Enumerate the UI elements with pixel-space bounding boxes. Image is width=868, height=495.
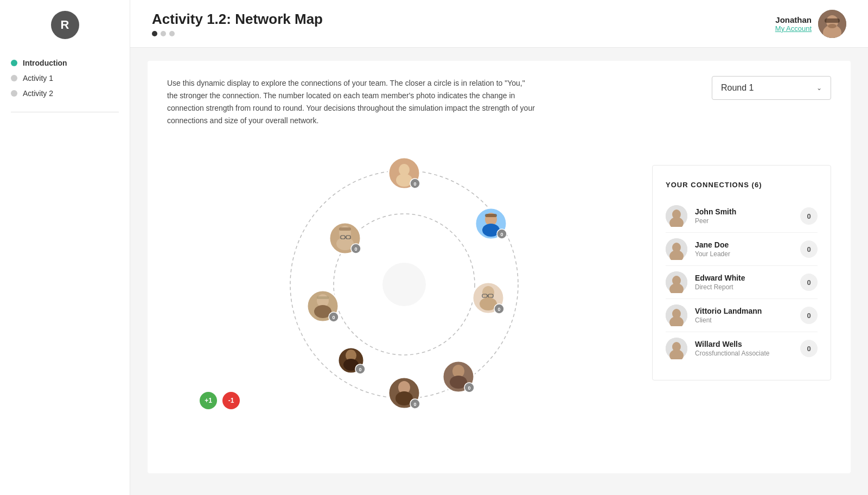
connection-avatar — [666, 271, 687, 293]
connection-role: Your Leader — [695, 250, 793, 258]
svg-text:0: 0 — [359, 367, 361, 372]
svg-rect-61 — [317, 296, 329, 299]
breadcrumb-dot-3 — [169, 31, 175, 36]
connection-item[interactable]: Jane Doe Your Leader 0 — [666, 233, 818, 266]
connection-name: John Smith — [695, 207, 793, 216]
content-card: Use this dynamic display to explore the … — [148, 61, 851, 473]
sidebar-item-activity1[interactable]: Activity 1 — [11, 71, 119, 86]
connection-item[interactable]: Edward White Direct Report 0 — [666, 266, 818, 299]
legend: +1 -1 — [200, 392, 240, 409]
connections-title: YOUR CONNECTIONS (6) — [666, 181, 818, 189]
svg-text:0: 0 — [354, 246, 357, 252]
connection-avatar — [666, 338, 687, 359]
connection-name: Edward White — [695, 274, 793, 282]
svg-text:0: 0 — [413, 402, 416, 407]
connection-score: 0 — [800, 274, 818, 291]
user-avatar — [818, 10, 846, 38]
sidebar-label-introduction: Introduction — [23, 59, 67, 67]
breadcrumb-dot-1 — [152, 31, 157, 36]
content-area: Use this dynamic display to explore the … — [130, 48, 868, 495]
connection-info: Jane Doe Your Leader — [695, 240, 793, 258]
legend-minus[interactable]: -1 — [222, 392, 240, 409]
connection-item[interactable]: John Smith Peer 0 — [666, 200, 818, 233]
main-area: Activity 1.2: Network Map Jonathan My Ac… — [130, 0, 868, 495]
connection-score: 0 — [800, 340, 818, 357]
chevron-down-icon: ⌄ — [816, 84, 822, 92]
header-title-block: Activity 1.2: Network Map — [152, 11, 323, 36]
breadcrumb — [152, 31, 323, 36]
round-dropdown[interactable]: Round 1 ⌄ — [712, 76, 831, 100]
svg-text:0: 0 — [413, 181, 416, 187]
svg-point-4 — [828, 24, 837, 28]
connection-role: Client — [695, 316, 793, 324]
svg-text:0: 0 — [497, 307, 500, 312]
svg-point-17 — [396, 174, 412, 187]
connection-role: Direct Report — [695, 283, 793, 291]
connection-name: Jane Doe — [695, 240, 793, 249]
header: Activity 1.2: Network Map Jonathan My Ac… — [130, 0, 868, 48]
connection-name: Vittorio Landmann — [695, 307, 793, 315]
network-svg: 0 0 — [263, 143, 545, 426]
user-name: Jonathan — [775, 15, 812, 24]
connection-info: Edward White Direct Report — [695, 274, 793, 291]
connection-name: Willard Wells — [695, 340, 793, 348]
legend-plus[interactable]: +1 — [200, 392, 217, 409]
connection-score: 0 — [800, 307, 818, 324]
sidebar-nav: Introduction Activity 1 Activity 2 — [0, 55, 130, 101]
sidebar-logo: R — [51, 11, 79, 39]
connection-info: Vittorio Landmann Client — [695, 307, 793, 324]
connection-role: Peer — [695, 217, 793, 225]
svg-rect-32 — [485, 214, 497, 217]
connection-item[interactable]: Vittorio Landmann Client 0 — [666, 299, 818, 332]
svg-point-9 — [462, 250, 488, 276]
svg-text:0: 0 — [500, 232, 503, 237]
network-map: 0 0 — [167, 143, 641, 426]
connection-avatar — [666, 238, 687, 260]
connection-avatar — [666, 304, 687, 326]
svg-point-65 — [382, 263, 426, 306]
svg-rect-23 — [339, 227, 351, 231]
connection-score: 0 — [800, 240, 818, 258]
connection-info: Willard Wells Crossfunctional Associate — [695, 340, 793, 357]
nav-dot-introduction — [11, 60, 17, 66]
sidebar: R Introduction Activity 1 Activity 2 — [0, 0, 130, 495]
sidebar-label-activity1: Activity 1 — [23, 74, 53, 82]
connection-info: John Smith Peer — [695, 207, 793, 225]
header-user: Jonathan My Account — [775, 10, 846, 38]
connection-role: Crossfunctional Associate — [695, 350, 793, 357]
connection-avatar — [666, 205, 687, 227]
user-info: Jonathan My Account — [775, 15, 812, 33]
svg-rect-3 — [825, 18, 840, 23]
description-text: Use this dynamic display to explore the … — [167, 77, 536, 127]
sidebar-label-activity2: Activity 2 — [23, 89, 53, 98]
sidebar-item-activity2[interactable]: Activity 2 — [11, 86, 119, 101]
sidebar-divider — [11, 112, 119, 112]
page-title: Activity 1.2: Network Map — [152, 11, 323, 28]
nav-dot-activity1 — [11, 75, 17, 81]
connections-panel: YOUR CONNECTIONS (6) John Smith Peer 0 — [652, 165, 831, 380]
svg-point-10 — [475, 323, 507, 354]
connection-score: 0 — [800, 207, 818, 225]
svg-text:0: 0 — [332, 315, 335, 320]
connection-item[interactable]: Willard Wells Crossfunctional Associate … — [666, 332, 818, 365]
round-dropdown-label: Round 1 — [721, 83, 754, 93]
nav-dot-activity2 — [11, 90, 17, 97]
breadcrumb-dot-2 — [161, 31, 166, 36]
my-account-link[interactable]: My Account — [775, 24, 812, 33]
avatar-image — [818, 10, 846, 38]
svg-text:0: 0 — [468, 385, 470, 391]
connections-list: John Smith Peer 0 Jane Doe Your Leader 0 — [666, 200, 818, 365]
sidebar-item-introduction[interactable]: Introduction — [11, 55, 119, 71]
network-area: 0 0 — [167, 143, 831, 426]
